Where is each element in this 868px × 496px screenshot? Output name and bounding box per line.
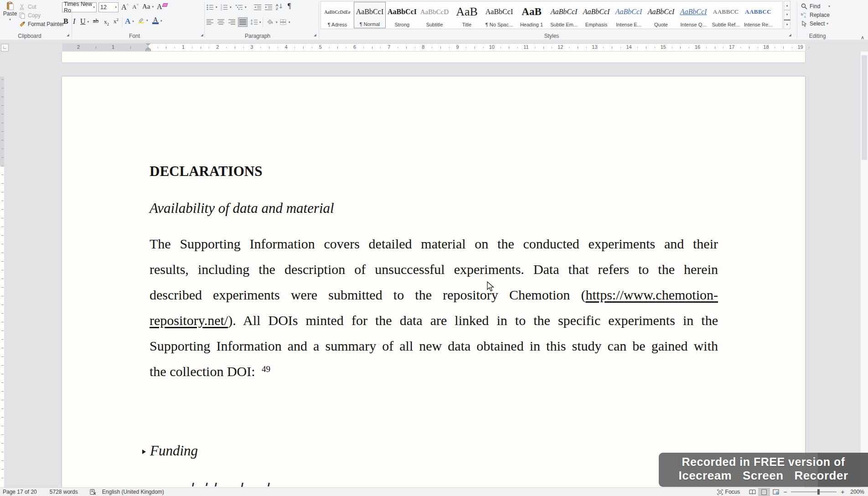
style-chip-subtle-em-[interactable]: AaBbCcISubtle Em... — [548, 2, 580, 28]
style-chip-subtle-ref-[interactable]: AABBCCSubtle Ref... — [710, 2, 742, 28]
paste-button[interactable]: Paste ▾ — [2, 2, 18, 21]
zoom-slider[interactable] — [791, 491, 837, 492]
vertical-scrollbar[interactable] — [860, 52, 868, 487]
hyperlink[interactable]: https://www.chemotion- — [585, 287, 718, 302]
grow-font-button[interactable]: A˄ — [121, 3, 129, 11]
zoom-level[interactable]: 200% — [850, 489, 864, 495]
ruler-tick — [475, 46, 475, 49]
style-chip-title[interactable]: AaBTitle — [451, 2, 483, 28]
font-name-dropdown-icon[interactable]: ▾ — [93, 5, 95, 9]
line-spacing-button[interactable]: ▾ — [250, 18, 261, 26]
show-paragraph-marks-button[interactable]: ¶ — [288, 2, 291, 10]
shading-button[interactable]: ▾ — [266, 18, 278, 26]
collapse-ribbon-icon[interactable]: ∧ — [861, 35, 864, 41]
paragraph-line[interactable]: the collection DOI: 49 — [150, 364, 718, 379]
multilevel-list-button[interactable]: ▾ — [235, 3, 247, 11]
paragraph-line[interactable]: described experiments were submitted to … — [150, 287, 718, 303]
font-size-dropdown-icon[interactable]: ▾ — [115, 5, 117, 9]
subscript-button[interactable]: x2 — [104, 19, 109, 26]
copy-button[interactable]: Copy — [18, 11, 41, 19]
find-button[interactable]: Find▾ — [800, 2, 830, 10]
style-chip-heading-1[interactable]: AaBHeading 1 — [516, 2, 548, 28]
clipboard-dialog-launcher[interactable] — [65, 32, 72, 38]
scrollbar-thumb[interactable] — [862, 55, 867, 160]
language-indicator[interactable]: English (United Kingdom) — [102, 489, 164, 495]
paragraph-line[interactable]: The Supporting Information covers detail… — [150, 236, 718, 252]
superscript-button[interactable]: x2 — [114, 18, 119, 24]
bullets-button[interactable]: ▾ — [206, 3, 217, 11]
strikethrough-button[interactable]: ab — [93, 18, 98, 24]
styles-more-icon[interactable]: ▾ — [784, 20, 790, 29]
shrink-font-button[interactable]: A˅ — [132, 3, 139, 10]
style-preview: AABBCC — [745, 2, 771, 22]
text-effects-button[interactable]: A▾ — [125, 17, 134, 25]
bold-button[interactable]: B — [63, 18, 68, 25]
paragraph-line[interactable]: repository.net/). All DOIs minted for th… — [150, 313, 718, 328]
underline-button[interactable]: U▾ — [80, 18, 89, 25]
style-chip--adress[interactable]: AaBbCcDdEe¶ Adress — [321, 2, 353, 28]
web-layout-button[interactable] — [770, 488, 782, 496]
heading-collapse-triangle-icon[interactable] — [142, 450, 146, 454]
read-mode-button[interactable] — [746, 488, 758, 496]
align-left-button[interactable] — [206, 18, 214, 26]
left-indent-marker[interactable] — [145, 49, 151, 51]
clear-formatting-button[interactable]: A — [157, 3, 167, 10]
increase-indent-button[interactable] — [264, 3, 272, 11]
align-right-button[interactable] — [228, 18, 236, 26]
first-line-indent-marker[interactable] — [145, 43, 151, 46]
styles-dialog-launcher[interactable] — [787, 32, 794, 38]
change-case-button[interactable]: Aa▾ — [142, 3, 154, 10]
document-page[interactable]: DECLARATIONS Availability of data and ma… — [62, 77, 805, 487]
style-chip-emphasis[interactable]: AaBbCcIEmphasis — [580, 2, 612, 28]
borders-button[interactable]: ▾ — [279, 18, 290, 26]
subsection-heading[interactable]: Availability of data and material — [150, 200, 334, 217]
zoom-out-button[interactable]: − — [782, 489, 788, 495]
select-button[interactable]: Select▾ — [800, 20, 828, 27]
style-chip-strong[interactable]: AaBbCcIStrong — [386, 2, 418, 28]
borders-icon — [279, 18, 287, 26]
paragraph-line[interactable]: Supporting Information and a summary of … — [150, 338, 718, 354]
style-chip-intense-re-[interactable]: AABBCCIntense Re... — [742, 2, 774, 28]
style-chip-intense-e-[interactable]: AaBbCcIIntense E... — [613, 2, 645, 28]
font-size-combobox[interactable]: 12▾ — [98, 2, 119, 12]
vertical-ruler[interactable] — [0, 77, 4, 487]
italic-button[interactable]: I — [73, 18, 75, 25]
indent-markers[interactable] — [145, 43, 151, 52]
tab-selector[interactable]: ∟ — [1, 44, 9, 52]
print-layout-button[interactable] — [758, 488, 770, 496]
highlight-color-button[interactable]: ▾ — [138, 17, 148, 23]
font-name-combobox[interactable]: Times New Ro▾ — [62, 2, 97, 12]
sort-button[interactable]: AZ — [275, 2, 283, 10]
replace-button[interactable]: bc Replace — [800, 11, 830, 19]
justify-button[interactable] — [238, 18, 247, 26]
style-chip-intense-q-[interactable]: AaBbCcIIntense Q... — [677, 2, 709, 28]
proofing-status-icon[interactable] — [90, 489, 97, 495]
styles-scroll-up-icon[interactable]: ▴ — [784, 1, 790, 10]
style-chip-quote[interactable]: AaBbCcIQuote — [645, 2, 677, 28]
format-painter-button[interactable]: Format Painter — [18, 20, 64, 28]
section-heading[interactable]: DECLARATIONS — [150, 163, 262, 180]
hyperlink[interactable]: repository.net/ — [150, 313, 228, 328]
citation-superscript[interactable]: 49 — [262, 364, 270, 374]
style-preview: AaBbCcI — [486, 2, 513, 22]
paste-dropdown-icon[interactable]: ▾ — [9, 18, 11, 21]
style-chip--no-spac-[interactable]: AaBbCcI¶ No Spac... — [483, 2, 515, 28]
numbering-button[interactable]: 123▾ — [220, 3, 232, 11]
style-chip--normal[interactable]: AaBbCcI¶ Normal — [354, 2, 386, 28]
paragraph-dialog-launcher[interactable] — [312, 32, 319, 38]
focus-button[interactable]: Focus — [717, 489, 740, 495]
zoom-slider-thumb[interactable] — [817, 489, 820, 495]
styles-scroll-down-icon[interactable]: ▾ — [784, 10, 790, 19]
decrease-indent-button[interactable] — [253, 3, 261, 11]
font-color-button[interactable]: A ▾ — [152, 17, 162, 24]
style-chip-subtitle[interactable]: AaBbCcDSubtitle — [418, 2, 450, 28]
horizontal-ruler[interactable]: ∟ 2112345678910111213141516171819 — [0, 43, 868, 52]
page-indicator[interactable]: Page 17 of 20 — [3, 489, 37, 495]
align-center-button[interactable] — [217, 18, 225, 26]
cut-button[interactable]: Cut — [18, 3, 36, 10]
paragraph-line[interactable]: results, including the description of un… — [150, 262, 718, 277]
word-count[interactable]: 5728 words — [50, 489, 78, 495]
funding-heading[interactable]: Funding — [150, 443, 198, 459]
ruler-number: 15 — [661, 44, 666, 50]
zoom-in-button[interactable]: + — [839, 489, 846, 495]
